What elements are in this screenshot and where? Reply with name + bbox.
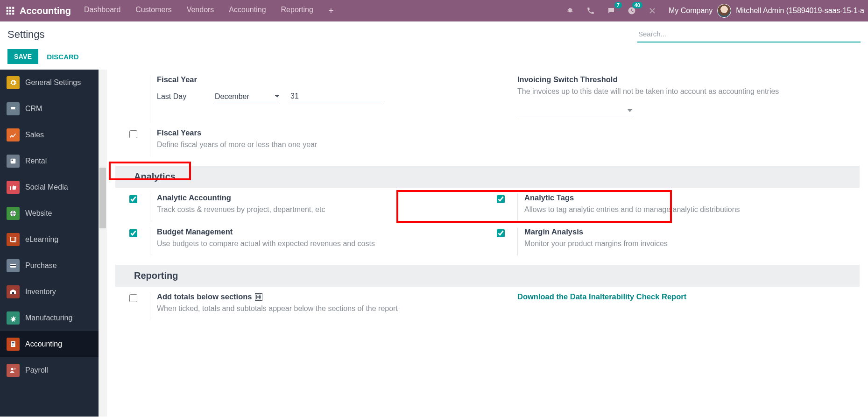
activities-icon[interactable]: 40 [627, 6, 637, 16]
svg-point-16 [11, 368, 13, 370]
brand[interactable]: Accounting [20, 6, 71, 16]
fiscal-year-header: Fiscal Year [157, 75, 478, 84]
svg-rect-8 [12, 13, 14, 14]
margin-analysis-desc: Monitor your product margins from invoic… [524, 238, 846, 249]
invoicing-threshold-title: Invoicing Switch Threshold [517, 75, 846, 84]
fiscal-day-input[interactable] [289, 91, 383, 102]
sidebar-item-general[interactable]: General Settings [0, 70, 99, 96]
budget-management-desc: Use budgets to compare actual with expec… [157, 238, 478, 249]
nav-dashboard[interactable]: Dashboard [84, 6, 120, 16]
scrollbar[interactable] [99, 70, 107, 417]
sidebar-item-rental[interactable]: Rental [0, 148, 99, 174]
budget-management-checkbox[interactable] [129, 229, 137, 237]
top-nav: Dashboard Customers Vendors Accounting R… [84, 6, 334, 16]
user-name: Mitchell Admin (15894019-saas-15-1-a [736, 7, 864, 15]
control-panel: Settings SAVE DISCARD [0, 21, 868, 70]
sidebar-item-accounting[interactable]: Accounting [0, 331, 99, 357]
analytic-accounting-checkbox[interactable] [129, 195, 137, 203]
sidebar-item-manufacturing[interactable]: Manufacturing [0, 305, 99, 331]
invoicing-threshold-date[interactable] [517, 105, 634, 116]
svg-rect-1 [9, 7, 11, 9]
settings-sidebar: General Settings CRM Sales Rental Social… [0, 70, 99, 417]
fiscal-month-select[interactable]: December [214, 91, 279, 102]
discard-button[interactable]: DISCARD [47, 53, 78, 61]
analytic-tags-checkbox[interactable] [497, 195, 505, 203]
svg-rect-14 [12, 292, 14, 294]
phone-icon[interactable] [586, 6, 596, 16]
bug-icon[interactable] [565, 6, 575, 16]
fiscal-years-title: Fiscal Years [157, 128, 478, 137]
sidebar-item-purchase[interactable]: Purchase [0, 253, 99, 279]
company-switcher[interactable]: My Company [669, 7, 713, 15]
svg-rect-5 [12, 10, 14, 12]
apps-icon[interactable] [4, 4, 17, 17]
analytic-tags-desc: Allows to tag analytic entries and to ma… [524, 204, 846, 215]
user-menu[interactable]: Mitchell Admin (15894019-saas-15-1-a [717, 4, 864, 18]
activities-badge: 40 [632, 2, 642, 8]
section-reporting: Reporting [115, 265, 860, 287]
save-button[interactable]: SAVE [7, 49, 38, 64]
margin-analysis-title: Margin Analysis [524, 227, 846, 236]
add-totals-desc: When ticked, totals and subtotals appear… [157, 303, 478, 314]
avatar [717, 4, 731, 18]
analytic-accounting-desc: Track costs & revenues by project, depar… [157, 204, 478, 215]
sidebar-item-social[interactable]: Social Media [0, 174, 99, 200]
svg-rect-13 [10, 265, 16, 266]
systray: 7 40 [565, 6, 657, 16]
sidebar-item-inventory[interactable]: Inventory [0, 279, 99, 305]
search-input[interactable] [637, 26, 861, 42]
budget-management-title: Budget Management [157, 227, 478, 236]
fiscal-years-desc: Define fiscal years of more or less than… [157, 139, 478, 150]
svg-rect-4 [9, 10, 11, 12]
settings-content: Fiscal Year Last Day December Invoicing … [99, 70, 868, 417]
svg-rect-7 [9, 13, 11, 14]
nav-customers[interactable]: Customers [135, 6, 171, 16]
nav-plus-icon[interactable]: + [328, 6, 334, 16]
svg-rect-15 [11, 341, 15, 347]
tools-icon[interactable] [647, 6, 657, 16]
sidebar-item-crm[interactable]: CRM [0, 96, 99, 122]
download-inalterability-link[interactable]: Download the Data Inalterability Check R… [517, 292, 846, 301]
messages-badge: 7 [614, 2, 622, 8]
svg-rect-2 [12, 7, 14, 9]
invoicing-threshold-desc: The invoices up to this date will not be… [517, 86, 846, 97]
nav-vendors[interactable]: Vendors [187, 6, 214, 16]
margin-analysis-checkbox[interactable] [497, 229, 505, 237]
page-title: Settings [7, 28, 45, 41]
section-analytics: Analytics [115, 166, 860, 188]
analytic-tags-title: Analytic Tags [524, 193, 846, 202]
sidebar-item-elearning[interactable]: eLearning [0, 226, 99, 253]
topbar: Accounting Dashboard Customers Vendors A… [0, 0, 868, 21]
messages-icon[interactable]: 7 [606, 6, 616, 16]
sidebar-item-sales[interactable]: Sales [0, 122, 99, 148]
svg-rect-9 [11, 159, 16, 164]
add-totals-title: Add totals below sections [157, 292, 478, 301]
fiscal-years-checkbox[interactable] [129, 130, 137, 138]
nav-accounting[interactable]: Accounting [229, 6, 266, 16]
svg-rect-3 [7, 10, 8, 12]
svg-rect-0 [7, 7, 8, 9]
last-day-label: Last Day [157, 92, 204, 101]
nav-reporting[interactable]: Reporting [281, 6, 313, 16]
sidebar-item-payroll[interactable]: Payroll [0, 357, 99, 383]
svg-rect-6 [7, 13, 8, 14]
add-totals-checkbox[interactable] [129, 294, 137, 302]
enterprise-icon [255, 293, 262, 301]
analytic-accounting-title: Analytic Accounting [157, 193, 478, 202]
sidebar-item-website[interactable]: Website [0, 200, 99, 226]
svg-rect-10 [12, 160, 13, 161]
